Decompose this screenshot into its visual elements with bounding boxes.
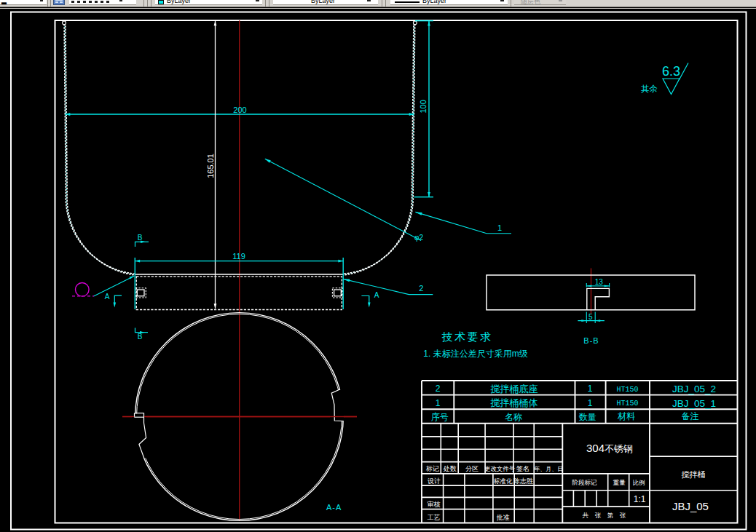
svg-text:1: 1 (588, 384, 593, 394)
svg-text:JBJ_05: JBJ_05 (672, 500, 709, 512)
svg-text:φ2: φ2 (414, 234, 423, 242)
svg-text:共 张 第 张: 共 张 第 张 (582, 512, 626, 519)
svg-text:1: 1 (497, 223, 502, 232)
svg-text:陈志胜: 陈志胜 (513, 477, 533, 485)
svg-text:B: B (138, 234, 143, 242)
svg-text:更改文件号: 更改文件号 (484, 465, 516, 472)
svg-text:119: 119 (232, 252, 245, 261)
svg-text:100: 100 (420, 100, 428, 113)
svg-text:HT150: HT150 (616, 386, 638, 394)
svg-text:1: 1 (436, 398, 441, 408)
svg-text:工艺: 工艺 (428, 514, 441, 521)
svg-text:2: 2 (419, 284, 423, 293)
svg-text:6.3: 6.3 (662, 64, 680, 79)
svg-text:比例: 比例 (632, 479, 645, 486)
svg-text:1. 未标注公差尺寸采用m级: 1. 未标注公差尺寸采用m级 (423, 349, 527, 359)
svg-text:名称: 名称 (505, 412, 522, 422)
svg-text:HT150: HT150 (616, 400, 638, 408)
svg-text:A: A (374, 291, 379, 299)
svg-text:JBJ_05_2: JBJ_05_2 (672, 384, 716, 394)
svg-text:1: 1 (588, 398, 593, 408)
svg-text:2: 2 (436, 384, 441, 394)
svg-text:200: 200 (233, 106, 246, 114)
svg-text:批准: 批准 (496, 514, 510, 521)
svg-text:签名: 签名 (516, 465, 529, 472)
svg-text:技术要求: 技术要求 (442, 330, 493, 343)
svg-text:标准化: 标准化 (494, 477, 513, 485)
svg-text:序号: 序号 (431, 412, 449, 422)
svg-text:设计: 设计 (428, 477, 441, 485)
svg-text:材料: 材料 (617, 411, 635, 421)
svg-text:处数: 处数 (443, 465, 457, 472)
svg-text:304不锈钢: 304不锈钢 (586, 442, 633, 454)
svg-text:数量: 数量 (579, 412, 596, 422)
svg-text:搅拌桶: 搅拌桶 (681, 470, 705, 479)
svg-text:B-B: B-B (583, 336, 599, 345)
svg-text:阶段标记: 阶段标记 (572, 479, 598, 486)
svg-text:搅拌桶底座: 搅拌桶底座 (490, 384, 538, 394)
svg-text:A: A (105, 293, 110, 301)
svg-text:A-A: A-A (326, 503, 342, 512)
svg-text:审核: 审核 (428, 501, 441, 508)
svg-text:5: 5 (588, 313, 593, 321)
svg-text:1:1: 1:1 (634, 494, 646, 504)
svg-text:备注: 备注 (682, 411, 699, 421)
svg-text:165.01: 165.01 (206, 154, 215, 178)
svg-text:JBJ_05_1: JBJ_05_1 (672, 398, 716, 409)
svg-text:标记: 标记 (425, 465, 439, 472)
svg-text:年、月、日: 年、月、日 (534, 466, 563, 472)
svg-text:13: 13 (595, 278, 604, 286)
svg-text:其余: 其余 (641, 84, 658, 93)
svg-text:分区: 分区 (465, 465, 479, 472)
svg-text:搅拌桶桶体: 搅拌桶桶体 (490, 397, 538, 408)
svg-text:B: B (138, 333, 143, 341)
svg-text:重量: 重量 (613, 479, 626, 486)
